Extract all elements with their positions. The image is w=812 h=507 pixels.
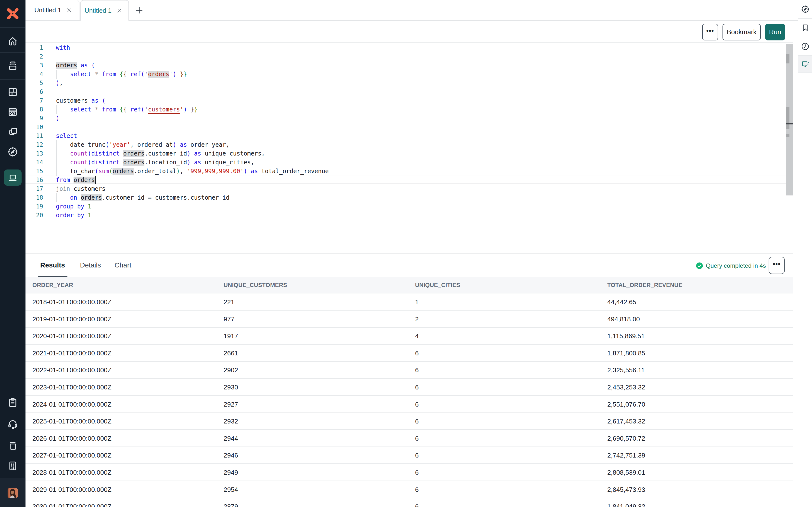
tab-close-icon[interactable] <box>66 8 72 13</box>
table-cell: 2932 <box>223 413 238 430</box>
table-cell: 494,818.00 <box>607 311 640 328</box>
table-row[interactable]: 2020-01-01T00:00:00.000Z191741,115,869.5… <box>26 328 793 345</box>
tab-results[interactable]: Results <box>38 253 67 277</box>
table-row[interactable]: 2025-01-01T00:00:00.000Z293262,617,453.3… <box>26 413 793 430</box>
code-window-icon[interactable] <box>7 107 18 117</box>
code-text: count(distinct orders.customer_id) as un… <box>56 149 265 158</box>
run-button[interactable]: Run <box>765 24 785 41</box>
warehouse-icon[interactable] <box>7 60 18 71</box>
line-number: 12 <box>26 140 43 149</box>
copy-icon[interactable] <box>7 127 18 137</box>
history-clock-icon[interactable] <box>798 37 812 56</box>
code-text: select <box>56 131 77 140</box>
table-row[interactable]: 2030-01-01T00:00:00.000Z287961,841,049.3… <box>26 498 793 507</box>
column-header[interactable]: UNIQUE_CUSTOMERS <box>223 277 287 293</box>
table-cell: 2030-01-01T00:00:00.000Z <box>32 498 111 507</box>
tab-untitled-1[interactable]: Untitled 1 <box>26 0 80 20</box>
sidebar-divider <box>0 27 26 28</box>
user-avatar[interactable] <box>8 488 18 498</box>
line-number: 18 <box>26 193 43 202</box>
code-line: 8 select * from {{ ref('customers') }} <box>26 105 793 114</box>
table-cell: 6 <box>415 447 419 464</box>
table-row[interactable]: 2018-01-01T00:00:00.000Z221144,442.65 <box>26 293 793 311</box>
tab-close-icon[interactable] <box>117 8 122 13</box>
table-cell: 2,845,473.93 <box>607 481 645 498</box>
table-cell: 6 <box>415 396 419 413</box>
text-cursor <box>95 176 96 184</box>
tab-chart[interactable]: Chart <box>111 253 135 277</box>
table-row[interactable]: 2022-01-01T00:00:00.000Z290262,325,556.1… <box>26 361 793 379</box>
table-row[interactable]: 2019-01-01T00:00:00.000Z9772494,818.00 <box>26 311 793 328</box>
tab-untitled-1-active[interactable]: Untitled 1 <box>81 0 129 20</box>
table-cell: 1,115,869.51 <box>607 328 645 345</box>
paradime-logo[interactable] <box>6 7 19 20</box>
table-row[interactable]: 2029-01-01T00:00:00.000Z295462,845,473.9… <box>26 481 793 498</box>
discover-compass-icon[interactable] <box>798 0 812 19</box>
headset-icon[interactable] <box>7 419 18 430</box>
table-row[interactable]: 2028-01-01T00:00:00.000Z294962,808,539.0… <box>26 464 793 481</box>
table-cell: 2927 <box>223 396 238 413</box>
bookmark-button[interactable]: Bookmark <box>722 24 761 41</box>
code-line: 4 select * from {{ ref('orders') }} <box>26 70 793 78</box>
column-header[interactable]: ORDER_YEAR <box>32 277 73 293</box>
code-line: 17join customers <box>26 184 793 193</box>
line-number: 10 <box>26 123 43 131</box>
table-row[interactable]: 2021-01-01T00:00:00.000Z266161,871,800.8… <box>26 345 793 362</box>
table-cell: 1 <box>415 293 419 311</box>
table-row[interactable]: 2024-01-01T00:00:00.000Z292762,551,076.7… <box>26 396 793 413</box>
code-line: 20order by 1 <box>26 211 793 220</box>
compass-icon[interactable] <box>7 147 18 157</box>
table-cell: 6 <box>415 345 419 362</box>
table-cell: 2946 <box>223 447 238 464</box>
code-text: from orders <box>56 176 95 184</box>
scrollbar-match-mark <box>786 54 790 63</box>
table-cell: 2024-01-01T00:00:00.000Z <box>32 396 111 413</box>
sidebar-divider <box>0 52 26 53</box>
table-cell: 1,841,049.32 <box>607 498 645 507</box>
table-cell: 6 <box>415 379 419 396</box>
more-options-button[interactable]: ••• <box>702 24 718 41</box>
code-line: 13 count(distinct orders.customer_id) as… <box>26 149 793 158</box>
building-icon[interactable] <box>7 460 18 471</box>
code-line: 6 <box>26 88 793 96</box>
line-number: 14 <box>26 158 43 167</box>
column-header[interactable]: TOTAL_ORDER_REVENUE <box>607 277 682 293</box>
results-more-button[interactable]: ••• <box>769 257 785 274</box>
table-cell: 2954 <box>223 481 238 498</box>
table-row[interactable]: 2027-01-01T00:00:00.000Z294662,742,751.3… <box>26 447 793 464</box>
table-cell: 6 <box>415 430 419 447</box>
new-tab-button[interactable] <box>134 0 145 20</box>
code-text: order by 1 <box>56 211 92 220</box>
code-text: orders as ( <box>56 61 95 70</box>
sidebar-item-active-laptop[interactable] <box>4 169 21 186</box>
dashboard-icon[interactable] <box>7 87 18 98</box>
code-text: count(distinct orders.location_id) as un… <box>56 158 254 167</box>
table-row[interactable]: 2026-01-01T00:00:00.000Z294462,690,570.7… <box>26 430 793 447</box>
table-cell: 1,871,800.85 <box>607 345 645 362</box>
line-number: 15 <box>26 167 43 176</box>
line-number: 17 <box>26 184 43 193</box>
table-cell: 6 <box>415 464 419 481</box>
ellipsis-icon: ••• <box>773 260 780 268</box>
column-header[interactable]: UNIQUE_CITIES <box>415 277 460 293</box>
sql-code-editor[interactable]: 1with23orders as (4 select * from {{ ref… <box>26 43 793 253</box>
code-line: 1with <box>26 43 793 52</box>
table-cell: 2029-01-01T00:00:00.000Z <box>32 481 111 498</box>
clipboard-icon[interactable] <box>7 397 18 408</box>
tab-details[interactable]: Details <box>76 253 105 277</box>
line-number: 5 <box>26 78 43 88</box>
code-text: to_char(sum(orders.order_total), '999,99… <box>56 167 329 176</box>
table-cell: 2,808,539.01 <box>607 464 645 481</box>
bookmarks-icon[interactable] <box>798 19 812 37</box>
table-cell: 2,617,453.32 <box>607 413 645 430</box>
table-cell: 2949 <box>223 464 238 481</box>
notebook-icon[interactable] <box>7 440 18 451</box>
home-icon[interactable] <box>7 36 18 47</box>
code-line: 18 on orders.customer_id = customers.cus… <box>26 193 793 202</box>
tab-label: Untitled 1 <box>34 6 61 14</box>
table-row[interactable]: 2023-01-01T00:00:00.000Z293062,453,253.3… <box>26 379 793 396</box>
line-number: 9 <box>26 114 43 123</box>
right-rail <box>798 0 812 507</box>
code-line: 7customers as ( <box>26 96 793 105</box>
ai-chat-icon[interactable] <box>798 56 812 73</box>
